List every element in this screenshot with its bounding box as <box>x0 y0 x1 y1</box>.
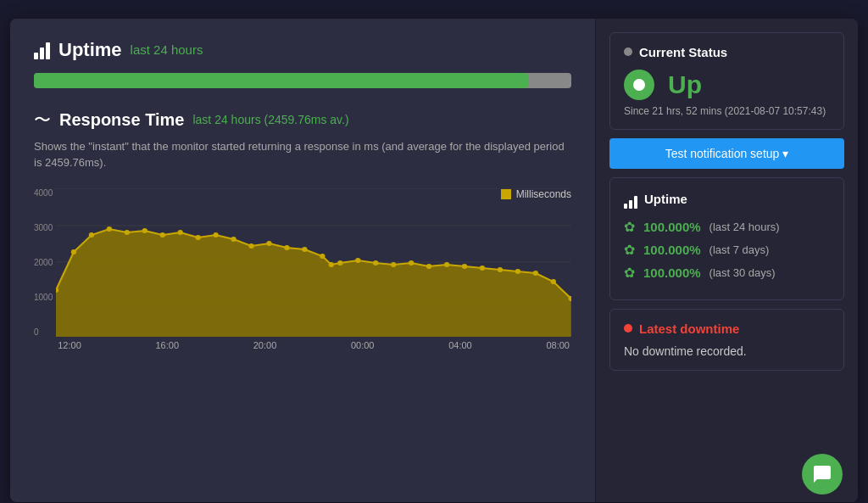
svg-point-32 <box>498 267 503 272</box>
svg-point-27 <box>409 260 414 265</box>
x-axis-labels: 12:00 16:00 20:00 00:00 04:00 08:00 <box>56 340 571 350</box>
uptime-row-7d: ✿ 100.000% (last 7 days) <box>624 242 830 258</box>
svg-point-31 <box>480 265 485 271</box>
chat-icon <box>812 464 832 484</box>
response-time-header: 〜 Response Time last 24 hours (2459.76ms… <box>34 109 571 131</box>
response-chart <box>56 188 571 337</box>
uptime-period-24h: (last 24 hours) <box>709 221 780 233</box>
notification-setup-button[interactable]: Test notification setup ▾ <box>609 138 844 169</box>
uptime-header: Uptime last 24 hours <box>34 39 571 61</box>
uptime-stats-header: Uptime <box>624 190 830 209</box>
svg-point-19 <box>285 245 290 250</box>
notification-btn-label: Test notification setup ▾ <box>665 147 789 160</box>
svg-point-18 <box>267 241 272 246</box>
uptime-pct-7d: 100.000% <box>643 243 701 257</box>
svg-point-7 <box>71 249 76 254</box>
svg-point-29 <box>444 262 449 267</box>
downtime-text: No downtime recorded. <box>624 344 830 358</box>
svg-point-14 <box>196 235 201 240</box>
status-circle <box>624 70 654 100</box>
status-up-row: Up <box>624 70 830 100</box>
status-header-dot <box>624 48 632 56</box>
svg-point-26 <box>391 262 396 267</box>
svg-point-11 <box>142 228 147 233</box>
y-axis-labels: 4000 3000 2000 1000 0 <box>34 188 53 337</box>
uptime-pct-24h: 100.000% <box>643 220 701 234</box>
sidebar: Current Status Up Since 21 hrs, 52 mins … <box>595 19 858 502</box>
latest-downtime-section: Latest downtime No downtime recorded. <box>609 309 844 371</box>
response-period: last 24 hours (2459.76ms av.) <box>192 113 348 126</box>
response-title: Response Time <box>59 110 184 130</box>
uptime-stats-section: Uptime ✿ 100.000% (last 24 hours) ✿ 100.… <box>609 177 844 300</box>
main-panel: Uptime last 24 hours 〜 Response Time las… <box>10 19 595 502</box>
uptime-period: last 24 hours <box>131 42 203 57</box>
response-desc: Shows the "instant" that the monitor sta… <box>34 138 571 171</box>
uptime-title: Uptime <box>58 39 122 61</box>
chat-bubble-button[interactable] <box>802 454 843 495</box>
uptime-dot-1: ✿ <box>624 219 635 235</box>
downtime-dot <box>624 324 632 333</box>
svg-point-35 <box>551 279 556 284</box>
status-up-text: Up <box>668 70 702 99</box>
uptime-period-30d: (last 30 days) <box>709 266 776 279</box>
svg-point-33 <box>515 269 520 274</box>
uptime-row-24h: ✿ 100.000% (last 24 hours) <box>624 219 830 235</box>
svg-point-16 <box>231 237 236 242</box>
svg-point-9 <box>107 226 112 232</box>
uptime-dot-2: ✿ <box>624 242 635 258</box>
uptime-row-30d: ✿ 100.000% (last 30 days) <box>624 265 830 281</box>
svg-point-10 <box>125 230 130 235</box>
svg-point-13 <box>178 230 183 235</box>
svg-point-25 <box>373 260 378 265</box>
uptime-stats-label: Uptime <box>644 192 687 206</box>
svg-point-15 <box>214 232 219 238</box>
chart-wrapper: Milliseconds 4000 3000 2000 1000 0 <box>34 188 571 350</box>
status-since: Since 21 hrs, 52 mins (2021-08-07 10:57:… <box>624 105 830 117</box>
downtime-header: Latest downtime <box>624 321 830 336</box>
svg-point-17 <box>249 243 254 249</box>
current-status-header: Current Status <box>624 45 830 59</box>
svg-point-30 <box>462 264 467 269</box>
svg-point-20 <box>303 247 308 252</box>
svg-point-8 <box>89 232 94 238</box>
svg-point-34 <box>533 271 538 276</box>
current-status-label: Current Status <box>639 45 727 59</box>
svg-point-21 <box>320 254 325 259</box>
svg-point-28 <box>426 264 431 269</box>
uptime-pct-30d: 100.000% <box>643 265 701 280</box>
progress-fill <box>34 73 528 88</box>
svg-point-22 <box>329 262 334 267</box>
status-circle-inner <box>633 79 645 91</box>
svg-point-12 <box>160 232 165 238</box>
downtime-title: Latest downtime <box>639 321 739 336</box>
uptime-progress-bar <box>34 73 571 88</box>
svg-marker-5 <box>56 229 571 337</box>
bar-chart-icon <box>34 41 50 59</box>
uptime-period-7d: (last 7 days) <box>709 243 770 256</box>
svg-point-24 <box>355 258 360 263</box>
svg-point-23 <box>337 260 342 265</box>
uptime-dot-3: ✿ <box>624 265 635 281</box>
uptime-stats-icon <box>624 190 637 209</box>
current-status-section: Current Status Up Since 21 hrs, 52 mins … <box>609 32 844 130</box>
wave-icon: 〜 <box>34 109 51 131</box>
